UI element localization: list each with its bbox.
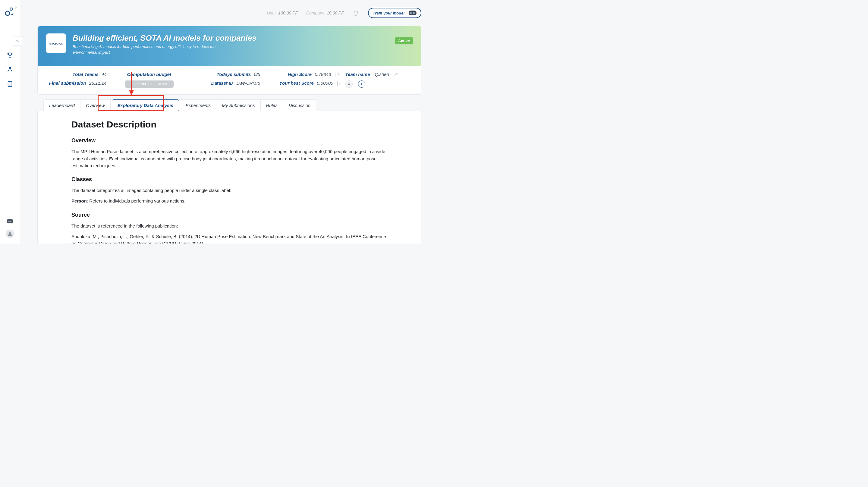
svg-point-1 [5, 11, 10, 16]
budget-progress: PF of 200.00 PF utilized [125, 81, 173, 88]
status-badge: Active [395, 37, 413, 44]
svg-point-2 [11, 13, 13, 16]
team-member-avatar[interactable]: A [345, 81, 352, 88]
user-avatar-button[interactable] [6, 230, 14, 238]
dataset-id-value: DwwCRMI5 [236, 81, 260, 86]
best-score-value: 0.00000 [317, 81, 333, 86]
high-score-label: High Score [288, 72, 312, 77]
stats-bar: Total Teams 44 Final submission 25.11.24… [38, 66, 421, 94]
flask-icon[interactable] [7, 66, 13, 73]
company-quota-value: 10.00 PF [327, 10, 344, 16]
document-icon[interactable] [7, 81, 13, 87]
trophy-icon[interactable] [7, 52, 13, 58]
final-submission-value: 25.11.24 [89, 81, 106, 86]
tab-discussion[interactable]: Discussion [283, 100, 316, 111]
desc-h-overview: Overview [71, 138, 387, 144]
desc-h-classes: Classes [71, 176, 387, 183]
dataset-id-label: Dataset ID [211, 81, 233, 86]
total-teams-value: 44 [101, 72, 107, 77]
user-quota: User 100.00 PF [267, 10, 298, 16]
sidebar: β » [0, 0, 20, 243]
high-score-value: 0.78343 [315, 72, 331, 77]
user-quota-value: 100.00 PF [278, 10, 298, 16]
banner-subtitle: Benchmarking AI models for both performa… [73, 44, 223, 55]
desc-p-overview: The MPII Human Pose dataset is a compreh… [71, 148, 387, 169]
svg-point-5 [9, 232, 11, 234]
desc-p-source-lead: The dataset is referenced in the followi… [71, 222, 387, 229]
banner-logo-tile: tracebloc [46, 33, 66, 53]
train-model-button[interactable]: Train your model [368, 8, 421, 18]
tab-rules[interactable]: Rules [261, 100, 283, 111]
discord-icon[interactable] [6, 218, 13, 225]
tab-overview[interactable]: Overview [81, 100, 111, 111]
sidebar-expand-button[interactable]: » [13, 36, 22, 46]
tab-experiments[interactable]: Experiments [180, 100, 216, 111]
best-score-rank: | - [337, 81, 340, 86]
svg-point-0 [10, 8, 12, 10]
todays-submits-value: 0/5 [254, 72, 260, 77]
beta-badge: β [14, 5, 17, 9]
colab-icon [409, 10, 416, 16]
edit-icon[interactable] [394, 72, 399, 77]
desc-p-classes-lead: The dataset categorizes all images conta… [71, 187, 387, 194]
desc-p-citation: Andriluka, M., Pishchulin, L., Gehler, P… [71, 233, 387, 243]
svg-point-3 [10, 68, 11, 68]
train-model-label: Train your model [373, 11, 404, 16]
desc-heading: Dataset Description [71, 119, 387, 129]
add-team-member-button[interactable]: + [358, 81, 365, 88]
tab-leaderboard[interactable]: Leaderboard [44, 100, 81, 111]
desc-h-source: Source [71, 212, 387, 218]
total-teams-label: Total Teams [73, 72, 98, 77]
user-quota-label: User [267, 10, 276, 16]
team-name-value: Qishen [375, 72, 390, 77]
topbar: User 100.00 PF Company 10.00 PF Train yo… [20, 0, 434, 26]
banner-title: Building efficient, SOTA AI models for c… [73, 33, 256, 43]
best-score-label: Your best Score [279, 81, 314, 86]
app-logo[interactable]: β [4, 6, 16, 17]
todays-submits-label: Todays submits [217, 72, 251, 77]
desc-p-person: Person: Refers to individuals performing… [71, 197, 387, 204]
company-quota-label: Company [306, 10, 324, 16]
tab-exploratory-data-analysis[interactable]: Exploratory Data Analysis [112, 99, 179, 111]
dataset-description-panel: Dataset Description Overview The MPII Hu… [37, 111, 421, 243]
notifications-icon[interactable] [352, 9, 360, 17]
tab-my-submissions[interactable]: My Submissions [216, 100, 260, 111]
high-score-rank: | 1. [335, 72, 340, 77]
tabs: Leaderboard Overview Exploratory Data An… [43, 99, 316, 111]
team-name-label: Team name [345, 72, 370, 77]
competition-banner: tracebloc Building efficient, SOTA AI mo… [38, 26, 421, 66]
budget-label: Computation budget [127, 72, 171, 77]
final-submission-label: Final submission [49, 81, 86, 86]
company-quota: Company 10.00 PF [306, 10, 344, 16]
